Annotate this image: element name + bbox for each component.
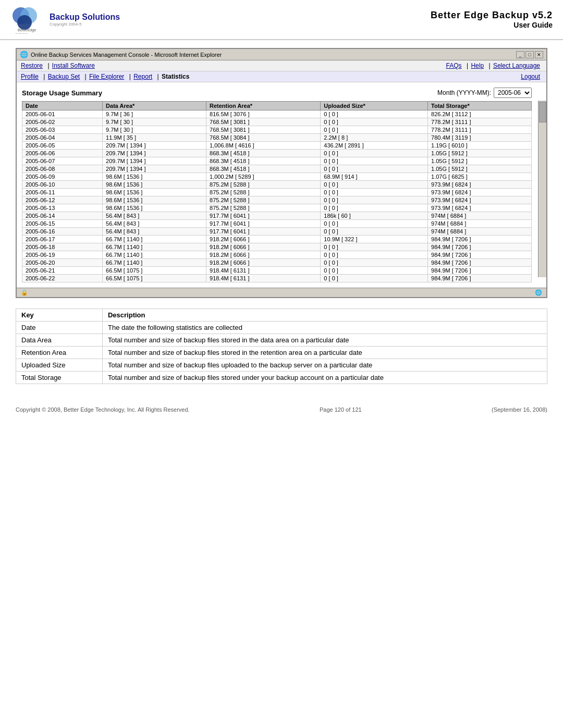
statistics-link[interactable]: Statistics <box>162 73 189 80</box>
status-icon: 🔒 <box>21 289 28 296</box>
faqs-link[interactable]: FAQs <box>446 62 462 69</box>
table-cell: 1.05G [ 5912 ] <box>428 150 532 157</box>
table-row: 2005-06-1298.6M [ 1536 ]875.2M [ 5288 ]0… <box>22 196 532 204</box>
browser-titlebar: 🌐 Online Backup Services Management Cons… <box>17 49 546 60</box>
table-cell: 98.6M [ 1536 ] <box>103 204 206 212</box>
browser-nav: Restore | Install Software FAQs | Help |… <box>17 60 546 71</box>
profile-nav-left[interactable]: Profile | Backup Set | File Explorer | R… <box>21 73 189 80</box>
table-row: 2005-06-1398.6M [ 1536 ]875.2M [ 5288 ]0… <box>22 204 532 212</box>
table-cell: 973.9M [ 6824 ] <box>428 189 532 196</box>
product-info: Better Edge Backup v5.2 User Guide <box>431 10 553 29</box>
table-cell: 66.7M [ 1140 ] <box>103 251 206 259</box>
table-row: 2005-06-1966.7M [ 1140 ]918.2M [ 6066 ]0… <box>22 251 532 259</box>
profile-link[interactable]: Profile <box>21 73 39 80</box>
scrollbar[interactable] <box>538 101 546 277</box>
minimize-button[interactable]: _ <box>516 51 524 58</box>
table-cell: 768.5M [ 3081 ] <box>206 126 321 134</box>
table-row: 2005-06-0998.6M [ 1536 ]1,000.2M [ 5289 … <box>22 173 532 181</box>
profile-nav-right[interactable]: Logout <box>521 73 542 80</box>
table-cell: 66.7M [ 1140 ] <box>103 236 206 243</box>
col-uploaded-size: Uploaded Size* <box>321 102 428 110</box>
select-language-link[interactable]: Select Language <box>493 62 540 69</box>
table-row: 2005-06-1866.7M [ 1140 ]918.2M [ 6066 ]0… <box>22 243 532 251</box>
scroll-thumb[interactable] <box>539 102 546 122</box>
table-cell: 918.2M [ 6066 ] <box>206 243 321 251</box>
backup-set-link[interactable]: Backup Set <box>48 73 80 80</box>
table-cell: 2005-06-12 <box>22 196 103 204</box>
table-row: 2005-06-1198.6M [ 1536 ]875.2M [ 5288 ]0… <box>22 189 532 196</box>
table-cell: 209.7M [ 1394 ] <box>103 165 206 173</box>
table-cell: 984.9M [ 7206 ] <box>428 259 532 267</box>
product-title: Better Edge Backup v5.2 <box>431 10 553 21</box>
table-cell: 2005-06-09 <box>22 173 103 181</box>
table-row: 2005-06-1456.4M [ 843 ]917.7M [ 6041 ]18… <box>22 212 532 220</box>
profile-nav: Profile | Backup Set | File Explorer | R… <box>17 71 546 82</box>
key-cell: Uploaded Size <box>16 359 103 372</box>
file-explorer-link[interactable]: File Explorer <box>89 73 124 80</box>
table-cell: 974M [ 6884 ] <box>428 220 532 228</box>
logout-link[interactable]: Logout <box>521 73 540 80</box>
key-row: Uploaded SizeTotal number and size of ba… <box>16 359 547 372</box>
table-row: 2005-06-05209.7M [ 1394 ]1,006.8M [ 4616… <box>22 142 532 150</box>
table-cell: 973.9M [ 6824 ] <box>428 204 532 212</box>
footer-date: (September 16, 2008) <box>492 406 547 413</box>
restore-link[interactable]: Restore <box>21 62 43 69</box>
report-link[interactable]: Report <box>133 73 152 80</box>
help-link[interactable]: Help <box>471 62 484 69</box>
table-cell: 984.9M [ 7206 ] <box>428 251 532 259</box>
table-cell: 9.7M [ 36 ] <box>103 110 206 118</box>
table-cell: 2005-06-01 <box>22 110 103 118</box>
close-button[interactable]: ✕ <box>535 51 543 58</box>
table-cell: 984.9M [ 7206 ] <box>428 236 532 243</box>
col-total-storage: Total Storage* <box>428 102 532 110</box>
table-row: 2005-06-019.7M [ 36 ]816.5M [ 3076 ]0 [ … <box>22 110 532 118</box>
table-row: 2005-06-08209.7M [ 1394 ]868.3M [ 4518 ]… <box>22 165 532 173</box>
table-cell: 2005-06-13 <box>22 204 103 212</box>
svg-text:BetterEdge: BetterEdge <box>18 28 36 32</box>
table-cell: 918.2M [ 6066 ] <box>206 251 321 259</box>
table-cell: 66.7M [ 1140 ] <box>103 259 206 267</box>
install-software-link[interactable]: Install Software <box>52 62 95 69</box>
table-cell: 0 [ 0 ] <box>321 157 428 165</box>
key-header: Key <box>16 309 103 322</box>
nav-left[interactable]: Restore | Install Software <box>21 62 97 69</box>
page-footer: Copyright © 2008, Better Edge Technology… <box>0 406 563 413</box>
nav-right[interactable]: FAQs | Help | Select Language <box>446 62 542 69</box>
footer-page: Page 120 of 121 <box>320 406 362 413</box>
table-cell: 875.2M [ 5288 ] <box>206 196 321 204</box>
table-cell: 66.7M [ 1140 ] <box>103 243 206 251</box>
month-selector[interactable]: Month (YYYY-MM): 2005-06 <box>437 88 532 98</box>
table-cell: 2005-06-19 <box>22 251 103 259</box>
status-right: 🌐 <box>535 289 542 296</box>
description-header: Description <box>102 309 547 322</box>
main-content: 🌐 Online Backup Services Management Cons… <box>0 40 563 392</box>
table-cell: 0 [ 0 ] <box>321 220 428 228</box>
table-cell: 1.07G [ 6825 ] <box>428 173 532 181</box>
storage-summary-header: Storage Usage Summary Month (YYYY-MM): 2… <box>22 88 532 98</box>
table-cell: 826.2M [ 3112 ] <box>428 110 532 118</box>
table-cell: 974M [ 6884 ] <box>428 228 532 236</box>
key-row: Retention AreaTotal number and size of b… <box>16 347 547 359</box>
table-cell: 0 [ 0 ] <box>321 228 428 236</box>
table-cell: 98.6M [ 1536 ] <box>103 196 206 204</box>
col-retention-area: Retention Area* <box>206 102 321 110</box>
table-cell: 768.5M [ 3084 ] <box>206 134 321 142</box>
key-row: Data AreaTotal number and size of backup… <box>16 334 547 347</box>
table-cell: 875.2M [ 5288 ] <box>206 181 321 189</box>
table-row: 2005-06-06209.7M [ 1394 ]868.3M [ 4518 ]… <box>22 150 532 157</box>
table-cell: 209.7M [ 1394 ] <box>103 157 206 165</box>
table-cell: 0 [ 0 ] <box>321 126 428 134</box>
browser-controls[interactable]: _ □ ✕ <box>516 51 543 58</box>
maximize-button[interactable]: □ <box>525 51 534 58</box>
table-row: 2005-06-1098.6M [ 1536 ]875.2M [ 5288 ]0… <box>22 181 532 189</box>
table-cell: 10.9M [ 322 ] <box>321 236 428 243</box>
table-cell: 973.9M [ 6824 ] <box>428 181 532 189</box>
table-cell: 0 [ 0 ] <box>321 165 428 173</box>
table-cell: 68.9M [ 914 ] <box>321 173 428 181</box>
table-cell: 1.19G [ 6010 ] <box>428 142 532 150</box>
month-select[interactable]: 2005-06 <box>494 88 532 98</box>
description-cell: Total number and size of backup files st… <box>102 334 547 347</box>
product-subtitle: User Guide <box>431 21 553 29</box>
table-cell: 2005-06-05 <box>22 142 103 150</box>
description-cell: Total number and size of backup files up… <box>102 359 547 372</box>
